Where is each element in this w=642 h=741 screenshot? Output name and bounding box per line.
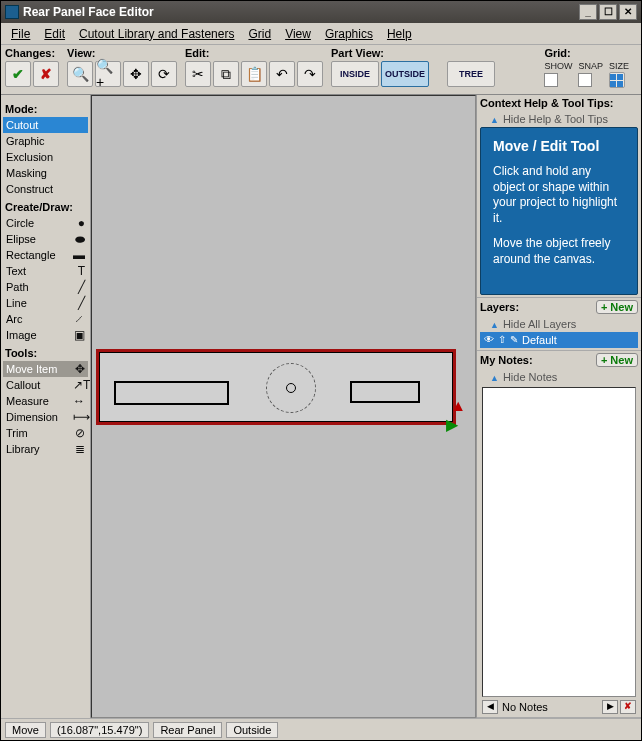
context-help-heading: Context Help & Tool Tips: <box>480 97 638 109</box>
tool-trim[interactable]: Trim⊘ <box>3 425 88 441</box>
mode-masking[interactable]: Masking <box>3 165 88 181</box>
app-icon <box>5 5 19 19</box>
pan-button[interactable]: ✥ <box>123 61 149 87</box>
cut-button[interactable]: ✂ <box>185 61 211 87</box>
menu-help[interactable]: Help <box>381 25 418 43</box>
mode-graphic[interactable]: Graphic <box>3 133 88 149</box>
fan-cutout-icon[interactable] <box>266 363 316 413</box>
redo-button[interactable]: ↷ <box>297 61 323 87</box>
note-delete-button[interactable]: ✘ <box>620 700 636 714</box>
cutout-rect-left[interactable] <box>114 381 229 405</box>
cutout-rect-right[interactable] <box>350 381 420 403</box>
menu-file[interactable]: File <box>5 25 36 43</box>
draw-elipse[interactable]: Elipse⬬ <box>3 231 88 247</box>
draw-arc[interactable]: Arc⟋ <box>3 311 88 327</box>
text-icon: T <box>73 264 85 278</box>
notes-textarea[interactable] <box>482 387 636 697</box>
inside-button[interactable]: INSIDE <box>331 61 379 87</box>
layer-lock-icon[interactable]: ⇧ <box>498 334 506 345</box>
mode-exclusion[interactable]: Exclusion <box>3 149 88 165</box>
title-bar: Rear Panel Face Editor _ ☐ ✕ <box>1 1 641 23</box>
menu-bar: File Edit Cutout Library and Fasteners G… <box>1 23 641 45</box>
menu-edit[interactable]: Edit <box>38 25 71 43</box>
rear-panel-part[interactable]: ▲ ▶ <box>98 351 454 423</box>
draw-path[interactable]: Path╱ <box>3 279 88 295</box>
status-part: Rear Panel <box>153 722 222 738</box>
tool-library[interactable]: Library≣ <box>3 441 88 457</box>
layers-heading: Layers: <box>480 301 596 313</box>
status-coords: (16.087",15.479") <box>50 722 149 738</box>
zoom-out-button[interactable]: 🔍 <box>67 61 93 87</box>
close-button[interactable]: ✕ <box>619 4 637 20</box>
draw-text[interactable]: TextT <box>3 263 88 279</box>
status-tool: Move <box>5 722 46 738</box>
rectangle-icon: ▬ <box>73 248 85 262</box>
undo-button[interactable]: ↶ <box>269 61 295 87</box>
note-prev-button[interactable]: ◀ <box>482 700 498 714</box>
refresh-button[interactable]: ⟳ <box>151 61 177 87</box>
library-icon: ≣ <box>73 442 85 456</box>
help-box: Move / Edit Tool Click and hold any obje… <box>480 127 638 295</box>
group-part-view: Part View: INSIDE OUTSIDE TREE <box>331 47 495 87</box>
layer-default[interactable]: 👁 ⇧ ✎ Default <box>480 332 638 348</box>
note-next-button[interactable]: ▶ <box>602 700 618 714</box>
left-panel: Mode: Cutout Graphic Exclusion Masking C… <box>1 95 91 718</box>
draw-circle[interactable]: Circle● <box>3 215 88 231</box>
arc-icon: ⟋ <box>73 312 85 326</box>
grid-show-toggle[interactable] <box>544 73 558 87</box>
reject-button[interactable]: ✘ <box>33 61 59 87</box>
grid-snap-toggle[interactable] <box>578 73 592 87</box>
status-bar: Move (16.087",15.479") Rear Panel Outsid… <box>1 718 641 740</box>
paste-button[interactable]: 📋 <box>241 61 267 87</box>
minimize-button[interactable]: _ <box>579 4 597 20</box>
tool-dimension[interactable]: Dimension⟼ <box>3 409 88 425</box>
layer-visibility-icon[interactable]: 👁 <box>484 334 494 345</box>
tool-callout[interactable]: Callout↗T <box>3 377 88 393</box>
group-grid: Grid: SHOW SNAP SIZE <box>544 47 629 88</box>
axis-y-arrow-icon: ▶ <box>446 415 458 434</box>
callout-icon: ↗T <box>73 378 85 392</box>
hide-layers-toggle[interactable]: Hide All Layers <box>480 316 638 332</box>
copy-button[interactable]: ⧉ <box>213 61 239 87</box>
tree-button[interactable]: TREE <box>447 61 495 87</box>
maximize-button[interactable]: ☐ <box>599 4 617 20</box>
trim-icon: ⊘ <box>73 426 85 440</box>
note-status: No Notes <box>500 701 600 713</box>
new-note-button[interactable]: + New <box>596 353 638 367</box>
measure-icon: ↔ <box>73 394 85 408</box>
window-title: Rear Panel Face Editor <box>23 5 154 19</box>
hide-help-toggle[interactable]: Hide Help & Tool Tips <box>480 111 638 127</box>
layer-name: Default <box>522 334 557 346</box>
dimension-icon: ⟼ <box>73 410 85 424</box>
accept-button[interactable]: ✔ <box>5 61 31 87</box>
tool-measure[interactable]: Measure↔ <box>3 393 88 409</box>
mode-cutout[interactable]: Cutout <box>3 117 88 133</box>
group-changes: Changes: ✔ ✘ <box>5 47 59 87</box>
draw-rectangle[interactable]: Rectangle▬ <box>3 247 88 263</box>
group-edit: Edit: ✂ ⧉ 📋 ↶ ↷ <box>185 47 323 87</box>
menu-cutout-library[interactable]: Cutout Library and Fasteners <box>73 25 240 43</box>
part-view-label: Part View: <box>331 47 495 59</box>
path-icon: ╱ <box>73 280 85 294</box>
help-p1: Click and hold any object or shape withi… <box>493 164 625 226</box>
app-window: Rear Panel Face Editor _ ☐ ✕ File Edit C… <box>0 0 642 741</box>
new-layer-button[interactable]: + New <box>596 300 638 314</box>
draw-line[interactable]: Line╱ <box>3 295 88 311</box>
hide-notes-toggle[interactable]: Hide Notes <box>480 369 638 385</box>
create-heading: Create/Draw: <box>5 201 88 213</box>
layer-edit-icon[interactable]: ✎ <box>510 334 518 345</box>
menu-grid[interactable]: Grid <box>242 25 277 43</box>
menu-view[interactable]: View <box>279 25 317 43</box>
body: Mode: Cutout Graphic Exclusion Masking C… <box>1 95 641 718</box>
zoom-in-button[interactable]: 🔍+ <box>95 61 121 87</box>
help-title: Move / Edit Tool <box>493 138 625 154</box>
grid-size-button[interactable] <box>609 72 625 88</box>
right-panel: Context Help & Tool Tips: Hide Help & To… <box>476 95 641 718</box>
mode-construct[interactable]: Construct <box>3 181 88 197</box>
outside-button[interactable]: OUTSIDE <box>381 61 429 87</box>
tool-move-item[interactable]: Move Item✥ <box>3 361 88 377</box>
draw-image[interactable]: Image▣ <box>3 327 88 343</box>
menu-graphics[interactable]: Graphics <box>319 25 379 43</box>
notes-heading: My Notes: <box>480 354 596 366</box>
canvas[interactable]: ▲ ▶ <box>91 95 476 718</box>
